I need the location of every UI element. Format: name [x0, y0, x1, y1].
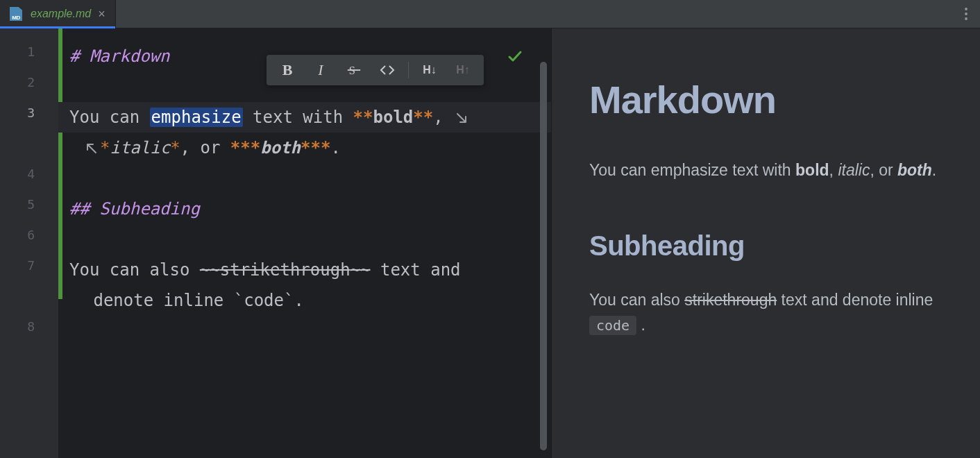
- preview-h1: Markdown: [589, 70, 952, 130]
- soft-wrap-down-icon: [455, 111, 468, 125]
- italic-marker: *: [170, 138, 180, 158]
- bolditalic-text: both: [897, 161, 932, 179]
- scrollbar-thumb[interactable]: [540, 62, 547, 450]
- close-icon[interactable]: ×: [98, 8, 105, 20]
- markdown-file-icon: MD: [10, 7, 24, 21]
- kebab-icon: [965, 8, 968, 20]
- strike-marker: ~~: [200, 260, 220, 280]
- bold-marker: **: [413, 108, 433, 127]
- preview-paragraph: You can also strikethrough text and deno…: [589, 288, 952, 337]
- line-number: 4: [0, 163, 58, 194]
- code-line-wrap[interactable]: denote inline `code`.: [58, 285, 551, 316]
- bold-text: bold: [795, 161, 829, 179]
- text: denote inline: [83, 291, 234, 310]
- split-view: 1 2 3 4 5 6 7 8 B I S H↓ H↑: [0, 28, 980, 458]
- line-number: 1: [0, 41, 58, 71]
- line-number: 3: [0, 102, 58, 163]
- code-line-wrap[interactable]: *italic*, or ***both***.: [58, 133, 551, 163]
- bold-marker: **: [353, 108, 373, 127]
- inspection-ok-icon[interactable]: [507, 44, 523, 74]
- heading-up-button: H↑: [448, 58, 478, 83]
- soft-wrap-up-icon: [85, 142, 99, 155]
- heading-text: Markdown: [90, 46, 170, 66]
- code-line[interactable]: You can emphasize text with **bold**,: [58, 102, 551, 133]
- strikethrough-button[interactable]: S: [339, 58, 369, 83]
- line-number: 8: [0, 316, 58, 346]
- text: .: [932, 161, 936, 179]
- editor-scrollbar[interactable]: [540, 62, 547, 450]
- text: text and denote inline: [777, 291, 933, 309]
- bolditalic-marker: ***: [230, 138, 260, 158]
- tab-bar: MD example.md ×: [0, 0, 980, 28]
- code-line[interactable]: [58, 316, 551, 346]
- code-line[interactable]: ## Subheading: [58, 194, 551, 224]
- italic-text: italic: [838, 161, 870, 179]
- gutter: 1 2 3 4 5 6 7 8: [0, 28, 58, 458]
- bolditalic-text: both: [260, 138, 301, 158]
- strike-text: strikethrough: [220, 260, 350, 280]
- italic-text: italic: [110, 138, 170, 158]
- bolditalic-marker: ***: [301, 138, 330, 158]
- bold-text: bold: [373, 108, 414, 127]
- heading-down-button[interactable]: H↓: [414, 58, 445, 83]
- text: text with: [243, 108, 353, 127]
- line-number: 6: [0, 224, 58, 255]
- heading-text: Subheading: [99, 199, 200, 219]
- floating-format-toolbar: B I S H↓ H↑: [267, 55, 484, 85]
- preview-paragraph: You can emphasize text with bold, italic…: [589, 158, 952, 183]
- line-number: 2: [0, 71, 58, 102]
- code-marker: `: [284, 291, 294, 310]
- code-marker: `: [234, 291, 244, 310]
- text: ,: [829, 161, 838, 179]
- code-line[interactable]: [58, 163, 551, 194]
- bold-button[interactable]: B: [272, 58, 303, 83]
- preview-h2: Subheading: [589, 224, 952, 267]
- code-button[interactable]: [372, 58, 403, 83]
- editor-pane: 1 2 3 4 5 6 7 8 B I S H↓ H↑: [0, 28, 552, 458]
- code-area[interactable]: B I S H↓ H↑ # Markdown You can emphasi: [58, 28, 551, 458]
- italic-marker: *: [100, 138, 110, 158]
- code-line[interactable]: [58, 224, 551, 255]
- selection: emphasize: [150, 108, 243, 127]
- toolbar-separator: [408, 62, 409, 78]
- tab-filename: example.md: [31, 8, 91, 20]
- text: ,: [433, 108, 453, 127]
- code-line[interactable]: You can also ~~strikethrough~~ text and: [58, 255, 551, 285]
- tab-options-button[interactable]: [952, 0, 980, 28]
- line-number: 5: [0, 194, 58, 224]
- preview-pane: Markdown You can emphasize text with bol…: [552, 28, 980, 458]
- heading-marker: ##: [69, 199, 99, 219]
- strike-marker: ~~: [350, 260, 371, 280]
- text: You can also: [589, 291, 684, 309]
- code-chip: code: [589, 316, 636, 335]
- code-text: code: [244, 291, 284, 310]
- italic-button[interactable]: I: [305, 58, 336, 83]
- text: You can emphasize text with: [589, 161, 795, 179]
- strike-text: strikethrough: [684, 291, 777, 309]
- text: You can: [69, 108, 150, 127]
- text: , or: [870, 161, 897, 179]
- text: text and: [371, 260, 461, 280]
- text: .: [636, 316, 645, 334]
- line-number: 7: [0, 255, 58, 316]
- tab-example-md[interactable]: MD example.md ×: [0, 0, 116, 28]
- heading-marker: #: [69, 46, 90, 66]
- text: .: [294, 291, 303, 310]
- text: .: [330, 138, 340, 158]
- text: You can also: [69, 260, 200, 280]
- text: , or: [180, 138, 230, 158]
